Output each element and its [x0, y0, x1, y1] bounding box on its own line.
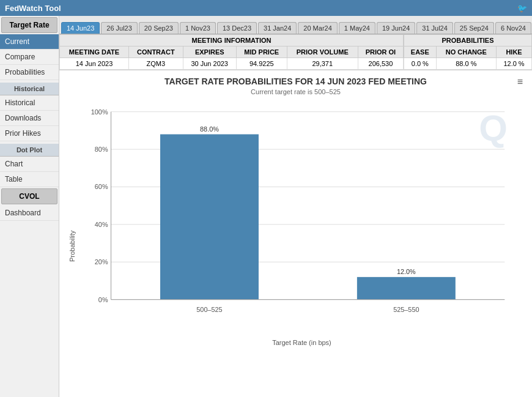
prob-col-header: NO CHANGE — [436, 46, 496, 58]
tab-14-Jun23[interactable]: 14 Jun23 — [61, 22, 100, 34]
historical-section-label: Historical — [0, 83, 59, 95]
chart-svg: 0%20%40%60%80%100%88.0%500–52512.0%525–5… — [81, 98, 523, 337]
y-axis-label: Probability — [68, 98, 81, 394]
meeting-info-cell: ZQM3 — [129, 58, 183, 70]
svg-text:20%: 20% — [95, 258, 108, 265]
probabilities-table: PROBABILITIES EASENO CHANGEHIKE 0.0 %88.… — [404, 34, 532, 70]
tab-20-Sep23[interactable]: 20 Sep23 — [139, 22, 179, 34]
tab-1-May24[interactable]: 1 May24 — [339, 22, 375, 34]
prob-cell: 88.0 % — [436, 58, 496, 70]
dot-plot-section-label: Dot Plot — [0, 144, 59, 157]
chart-menu-icon[interactable]: ≡ — [517, 76, 523, 87]
col-header: PRIOR OI — [358, 46, 403, 58]
meeting-info-cell: 29,371 — [287, 58, 358, 70]
topbar: FedWatch Tool 🐦 — [0, 0, 532, 16]
bar-500–525[interactable] — [160, 135, 259, 300]
meeting-info-header: MEETING INFORMATION — [60, 35, 404, 46]
sidebar-item-table[interactable]: Table — [0, 172, 59, 187]
svg-text:525–550: 525–550 — [393, 306, 419, 313]
info-section: MEETING INFORMATION MEETING DATECONTRACT… — [59, 34, 532, 70]
twitter-icon[interactable]: 🐦 — [517, 4, 527, 13]
svg-text:12.0%: 12.0% — [397, 268, 416, 275]
sidebar-item-dashboard[interactable]: Dashboard — [0, 206, 59, 221]
chart-subtitle: Current target rate is 500–525 — [68, 88, 523, 95]
svg-text:88.0%: 88.0% — [200, 125, 219, 133]
tab-6-Nov24[interactable]: 6 Nov24 — [495, 22, 531, 34]
col-header: MEETING DATE — [60, 46, 129, 58]
tab-19-Jun24[interactable]: 19 Jun24 — [377, 22, 415, 34]
svg-text:60%: 60% — [95, 183, 108, 190]
svg-text:100%: 100% — [91, 108, 108, 116]
prob-col-header: EASE — [404, 46, 437, 58]
prob-cell: 12.0 % — [497, 58, 532, 70]
chart-container: Probability 0%20%40%60%80%100%88.0%500–5… — [68, 98, 523, 394]
sidebar-item-current[interactable]: Current — [0, 34, 59, 50]
tab-31-Jul24[interactable]: 31 Jul24 — [416, 22, 453, 34]
cvol-button[interactable]: CVOL — [1, 188, 57, 204]
svg-text:0%: 0% — [98, 296, 108, 303]
x-axis-label: Target Rate (in bps) — [81, 339, 523, 346]
sidebar-item-downloads[interactable]: Downloads — [0, 111, 59, 126]
svg-text:80%: 80% — [95, 146, 108, 153]
prob-header: PROBABILITIES — [404, 35, 532, 46]
prob-col-header: HIKE — [497, 46, 532, 58]
bar-525–550[interactable] — [357, 277, 456, 300]
sidebar: Target Rate Current Compare Probabilitie… — [0, 16, 59, 397]
sidebar-item-chart[interactable]: Chart — [0, 157, 59, 172]
chart-area: TARGET RATE PROBABILITIES FOR 14 JUN 202… — [59, 70, 532, 397]
col-header: EXPIRES — [183, 46, 236, 58]
tab-13-Dec23[interactable]: 13 Dec23 — [217, 22, 257, 34]
prob-cell: 0.0 % — [404, 58, 437, 70]
tab-26-Jul23[interactable]: 26 Jul23 — [101, 22, 138, 34]
meeting-info-cell: 30 Jun 2023 — [183, 58, 236, 70]
tab-25-Sep24[interactable]: 25 Sep24 — [454, 22, 494, 34]
sidebar-item-compare[interactable]: Compare — [0, 50, 59, 65]
sidebar-item-probabilities[interactable]: Probabilities — [0, 65, 59, 80]
tab-1-Nov23[interactable]: 1 Nov23 — [180, 22, 216, 34]
col-header: CONTRACT — [129, 46, 183, 58]
col-header: PRIOR VOLUME — [287, 46, 358, 58]
chart-title: TARGET RATE PROBABILITIES FOR 14 JUN 202… — [164, 76, 427, 86]
meeting-info-cell: 14 Jun 2023 — [60, 58, 129, 70]
col-header: MID PRICE — [236, 46, 287, 58]
app-title: FedWatch Tool — [5, 4, 61, 13]
tabs-row: 14 Jun2326 Jul2320 Sep231 Nov2313 Dec233… — [59, 16, 532, 34]
chart-svg-wrapper: 0%20%40%60%80%100%88.0%500–52512.0%525–5… — [81, 98, 523, 394]
sidebar-item-prior-hikes[interactable]: Prior Hikes — [0, 126, 59, 141]
tab-20-Mar24[interactable]: 20 Mar24 — [298, 22, 337, 34]
meeting-info-cell: 206,530 — [358, 58, 403, 70]
target-rate-button[interactable]: Target Rate — [1, 17, 57, 33]
meeting-info-cell: 94.9225 — [236, 58, 287, 70]
svg-text:40%: 40% — [95, 221, 108, 228]
tab-31-Jan24[interactable]: 31 Jan24 — [258, 22, 297, 34]
meeting-info-table: MEETING INFORMATION MEETING DATECONTRACT… — [59, 34, 404, 70]
sidebar-item-historical[interactable]: Historical — [0, 95, 59, 111]
svg-text:500–525: 500–525 — [196, 306, 222, 313]
main-layout: Target Rate Current Compare Probabilitie… — [0, 16, 532, 397]
content-area: 14 Jun2326 Jul2320 Sep231 Nov2313 Dec233… — [59, 16, 532, 397]
